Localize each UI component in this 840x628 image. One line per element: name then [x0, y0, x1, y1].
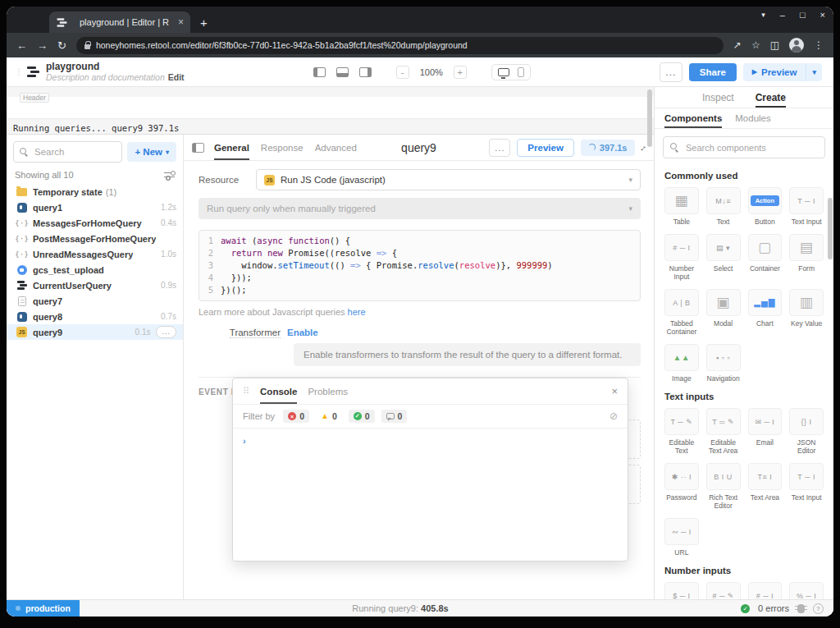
- help-icon[interactable]: ?: [813, 603, 824, 614]
- code-line[interactable]: 3 window.setTimeout(() => { Promise.reso…: [199, 259, 640, 272]
- component-tile-number-input[interactable]: # ─ INumber Input: [748, 582, 783, 599]
- component-tile-text[interactable]: M↓≡Text: [706, 187, 741, 226]
- component-tile-percent[interactable]: % ─ IPercent: [789, 582, 824, 599]
- preview-split-button[interactable]: ▶Preview ▾: [743, 63, 822, 81]
- query-list-item[interactable]: CurrentUserQuery0.9s: [7, 277, 183, 293]
- clear-console-icon[interactable]: ⊘: [609, 410, 618, 422]
- console-output[interactable]: ›: [233, 429, 628, 561]
- window-minimize-icon[interactable]: –: [780, 10, 785, 20]
- toggle-left-panel-icon[interactable]: [313, 67, 326, 77]
- component-tile-json-editor[interactable]: {} IJSON Editor: [789, 408, 824, 455]
- code-line[interactable]: 2 return new Promise((resolve => {: [199, 247, 640, 259]
- component-tile-button[interactable]: ActionButton: [748, 187, 783, 226]
- new-query-button[interactable]: + New▾: [127, 142, 176, 162]
- query-more-button[interactable]: ...: [489, 139, 510, 157]
- share-icon[interactable]: ↗: [733, 39, 742, 51]
- header-component-tag[interactable]: Header: [20, 93, 49, 103]
- learn-more-link[interactable]: here: [348, 307, 366, 317]
- code-editor[interactable]: 1await (async function() {2 return new P…: [199, 230, 641, 301]
- component-tile-text-input[interactable]: T ─ IText Input: [789, 187, 824, 226]
- component-tile-number-input[interactable]: # ─ INumber Input: [664, 234, 699, 281]
- query-list-item[interactable]: JSquery90.1s...: [7, 324, 183, 340]
- code-line[interactable]: 1await (async function() {: [199, 235, 640, 247]
- component-tile-password[interactable]: ✱ ·· IPassword: [664, 463, 699, 510]
- query-list-item[interactable]: query80.7s: [7, 309, 183, 324]
- component-tile-select[interactable]: ▤ ▾Select: [706, 234, 741, 281]
- query-list-item[interactable]: gcs_test_upload: [7, 262, 183, 277]
- toolbar-more-button[interactable]: ...: [660, 62, 682, 82]
- log-count-filter[interactable]: 0: [381, 410, 408, 423]
- console-close-icon[interactable]: ×: [611, 385, 618, 397]
- desktop-icon[interactable]: [498, 68, 509, 76]
- code-line[interactable]: 4 }));: [199, 272, 640, 284]
- canvas-scrollbar[interactable]: [647, 89, 652, 147]
- console-drag-handle-icon[interactable]: ⠿: [243, 386, 249, 397]
- reload-icon[interactable]: ↻: [57, 39, 66, 52]
- tab-general[interactable]: General: [214, 135, 249, 160]
- tab-create[interactable]: Create: [756, 87, 786, 108]
- window-chevron-icon[interactable]: ▾: [761, 11, 765, 19]
- preview-caret-icon[interactable]: ▾: [806, 63, 822, 81]
- tab-advanced[interactable]: Advanced: [315, 135, 357, 160]
- component-tile-image[interactable]: ▲▲Image: [664, 344, 699, 383]
- tab-modules[interactable]: Modules: [735, 108, 770, 128]
- mobile-icon[interactable]: [518, 67, 524, 77]
- debugger-icon[interactable]: [797, 604, 805, 613]
- code-line[interactable]: 5})();: [199, 284, 640, 296]
- retool-logo-icon[interactable]: [27, 66, 39, 77]
- window-maximize-icon[interactable]: □: [800, 10, 806, 20]
- bookmark-star-icon[interactable]: ☆: [751, 39, 760, 51]
- zoom-out-button[interactable]: -: [396, 66, 409, 79]
- query-search-box[interactable]: [13, 141, 122, 163]
- side-panel-icon[interactable]: ◫: [770, 39, 779, 51]
- component-tile-form[interactable]: ▤Form: [789, 234, 824, 281]
- device-toggle[interactable]: [491, 64, 531, 80]
- browser-tab[interactable]: playground | Editor | R ×: [49, 11, 190, 33]
- url-field[interactable]: honeyhomes.retool.com/editor/6f3fb0ce-77…: [76, 37, 724, 54]
- component-tile-currency[interactable]: $ ─ ICurrency: [664, 582, 699, 599]
- right-panel-scrollbar[interactable]: [828, 198, 833, 259]
- trigger-select[interactable]: Run query only when manually triggered ▾: [199, 198, 641, 219]
- component-search-input[interactable]: [684, 142, 818, 154]
- zoom-in-button[interactable]: +: [454, 66, 467, 79]
- share-button[interactable]: Share: [689, 63, 737, 81]
- back-icon[interactable]: ←: [16, 39, 27, 52]
- tab-response[interactable]: Response: [261, 135, 304, 160]
- query-item-more-button[interactable]: ...: [156, 326, 176, 338]
- header-component[interactable]: [7, 97, 654, 119]
- component-tile-tabbed-container[interactable]: A | BTabbed Container: [664, 289, 699, 336]
- query-list-item[interactable]: {·}UnreadMessagesQuery1.0s: [7, 246, 183, 262]
- component-search-box[interactable]: [663, 136, 825, 158]
- component-tile-key-value[interactable]: ▥Key Value: [789, 289, 824, 336]
- errors-count[interactable]: 0 errors: [758, 603, 789, 613]
- query-preview-button[interactable]: Preview: [517, 139, 573, 157]
- query-list-item[interactable]: query7: [7, 293, 183, 309]
- forward-icon[interactable]: →: [37, 39, 48, 52]
- component-tile-email[interactable]: ✉ ─ IEmail: [748, 408, 783, 455]
- query-run-timer[interactable]: 397.1s: [581, 140, 635, 156]
- tab-inspect[interactable]: Inspect: [702, 87, 734, 108]
- profile-avatar[interactable]: [789, 38, 804, 53]
- resource-select[interactable]: JS Run JS Code (javascript) ▾: [256, 169, 641, 190]
- tab-close-icon[interactable]: ×: [178, 16, 184, 28]
- edit-description-link[interactable]: Edit: [168, 72, 185, 82]
- query-list-item[interactable]: query11.2s: [7, 199, 183, 215]
- collapse-panel-icon[interactable]: [192, 143, 204, 153]
- new-tab-button[interactable]: +: [200, 16, 208, 30]
- preview-button[interactable]: ▶Preview: [743, 63, 806, 81]
- environment-badge[interactable]: production: [7, 600, 80, 617]
- error-count-filter[interactable]: ×0: [283, 410, 309, 423]
- component-tile-rich-text-editor[interactable]: B I URich Text Editor: [706, 463, 741, 510]
- tab-console[interactable]: Console: [260, 378, 297, 404]
- tab-problems[interactable]: Problems: [308, 378, 348, 404]
- component-tile-text-input[interactable]: T ─ IText Input: [789, 463, 824, 510]
- component-tile-modal[interactable]: ▣Modal: [706, 289, 741, 336]
- component-tile-table[interactable]: ▦Table: [664, 187, 699, 226]
- app-canvas[interactable]: Header Running queries... query9 397.1s: [7, 87, 654, 134]
- query-search-input[interactable]: [33, 146, 116, 158]
- browser-menu-icon[interactable]: ⋮: [814, 39, 824, 51]
- toggle-bottom-panel-icon[interactable]: [336, 67, 349, 77]
- warning-count-filter[interactable]: ▲0: [316, 410, 342, 423]
- component-tile-text-area[interactable]: T≡ IText Area: [748, 463, 783, 510]
- filter-sliders-icon[interactable]: [164, 172, 175, 179]
